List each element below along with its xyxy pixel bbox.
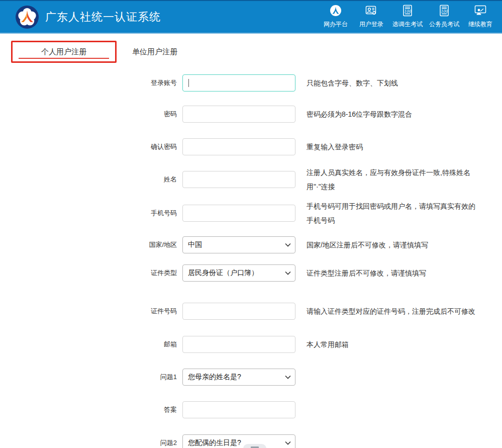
field-hint: 证件类型注册后不可修改，请谨慎填写 xyxy=(307,266,426,280)
text-caret xyxy=(188,79,189,87)
field-label: 确认密码 xyxy=(0,142,177,151)
app-title: 广东人社统一认证系统 xyxy=(45,1,161,33)
field-label: 答案 xyxy=(0,405,177,414)
dropdown-scroll-button[interactable] xyxy=(243,444,266,448)
nav-label: 选调生考试 xyxy=(392,20,423,29)
form-row-answer1: 答案 xyxy=(0,401,502,418)
nav-item-xuandiao-exam[interactable]: 100 选调生考试 xyxy=(392,4,423,29)
form-row-question1: 问题1 您母亲的姓名是? xyxy=(0,369,502,386)
app-header: 广东人社统一认证系统 网办平台 xyxy=(0,0,502,34)
nav-item-continuing-education[interactable]: 继续教育 xyxy=(466,4,495,29)
svg-text:100: 100 xyxy=(404,9,412,13)
chevron-down-icon xyxy=(285,271,291,275)
form-row-country: 国家/地区 中国 国家/地区注册后不可修改，请谨慎填写 xyxy=(0,236,502,253)
header-nav: 网办平台 xyxy=(321,4,495,29)
email-input[interactable] xyxy=(182,336,295,353)
gdhrss-logo-icon xyxy=(15,5,39,29)
security-question2-select[interactable]: 您配偶的生日是? xyxy=(182,434,295,448)
annotation-highlight-box: 个人用户注册 xyxy=(11,41,117,63)
field-hint: 注册人员真实姓名，应与有效身份证件一致,特殊姓名用"·"连接 xyxy=(307,165,481,194)
portal-logo-icon xyxy=(329,4,342,17)
active-tab-underline xyxy=(19,58,109,59)
nav-item-civil-servant-exam[interactable]: 100 公务员考试 xyxy=(429,4,459,29)
form-row-email: 邮箱 本人常用邮箱 xyxy=(0,336,502,353)
form-row-mobile: 手机号码 手机号码可用于找回密码或用户名，请填写真实有效的手机号码 xyxy=(0,205,502,222)
mobile-number-input[interactable] xyxy=(182,205,295,222)
form-row-name: 姓名 注册人员真实姓名，应与有效身份证件一致,特殊姓名用"·"连接 xyxy=(0,171,502,188)
select-value: 您配偶的生日是? xyxy=(188,438,241,447)
country-select[interactable]: 中国 xyxy=(182,236,295,253)
field-label: 问题2 xyxy=(0,438,177,447)
id-type-select[interactable]: 居民身份证（户口簿） xyxy=(182,264,295,282)
field-hint: 请输入证件类型对应的证件号码，注册完成后不可修改 xyxy=(307,304,475,318)
field-label: 证件号码 xyxy=(0,307,177,316)
login-account-input[interactable] xyxy=(182,74,295,92)
nav-label: 用户登录 xyxy=(359,20,383,29)
chevron-down-icon xyxy=(285,441,291,445)
real-name-input[interactable] xyxy=(182,171,295,188)
tab-company-register[interactable]: 单位用户注册 xyxy=(132,41,177,63)
exam-score-100-icon: 100 xyxy=(401,4,414,17)
form-row-login-account: 登录账号 只能包含字母、数字、下划线 xyxy=(0,74,502,92)
select-value: 您母亲的姓名是? xyxy=(188,373,241,382)
form-row-confirm-password: 确认密码 重复输入登录密码 xyxy=(0,138,502,155)
field-label: 手机号码 xyxy=(0,209,177,218)
field-hint: 国家/地区注册后不可修改，请谨慎填写 xyxy=(307,238,428,252)
teacher-blackboard-icon xyxy=(474,4,487,17)
field-hint: 手机号码可用于找回密码或用户名，请填写真实有效的手机号码 xyxy=(307,199,481,227)
field-label: 密码 xyxy=(0,110,177,119)
field-hint: 只能包含字母、数字、下划线 xyxy=(307,76,398,90)
chevron-down-icon xyxy=(285,375,291,379)
nav-label: 公务员考试 xyxy=(429,20,459,29)
nav-label: 网办平台 xyxy=(324,20,348,29)
nav-item-portal[interactable]: 网办平台 xyxy=(321,4,350,29)
select-value: 中国 xyxy=(188,240,202,249)
svg-text:100: 100 xyxy=(441,9,449,13)
field-label: 国家/地区 xyxy=(0,240,177,249)
chevron-down-icon xyxy=(285,243,291,247)
nav-item-user-login[interactable]: 用户登录 xyxy=(357,4,386,29)
page: 广东人社统一认证系统 网办平台 xyxy=(0,0,502,448)
field-hint: 密码必须为8-16位字母跟数字混合 xyxy=(307,107,412,121)
field-label: 邮箱 xyxy=(0,340,177,349)
field-label: 证件类型 xyxy=(0,268,177,278)
form-row-password: 密码 密码必须为8-16位字母跟数字混合 xyxy=(0,106,502,123)
confirm-password-input[interactable] xyxy=(182,138,295,155)
id-number-input[interactable] xyxy=(182,303,295,320)
field-hint: 本人常用邮箱 xyxy=(307,337,349,351)
password-input[interactable] xyxy=(182,106,295,123)
user-card-gear-icon xyxy=(365,4,378,17)
select-value: 居民身份证（户口簿） xyxy=(188,268,258,278)
form-row-id-number: 证件号码 请输入证件类型对应的证件号码，注册完成后不可修改 xyxy=(0,303,502,320)
answer1-input[interactable] xyxy=(182,401,295,418)
security-question1-select[interactable]: 您母亲的姓名是? xyxy=(182,369,295,386)
field-label: 姓名 xyxy=(0,175,177,184)
field-hint: 重复输入登录密码 xyxy=(307,140,363,154)
field-label: 问题1 xyxy=(0,373,177,382)
nav-label: 继续教育 xyxy=(468,20,492,29)
form-row-id-type: 证件类型 居民身份证（户口簿） 证件类型注册后不可修改，请谨慎填写 xyxy=(0,264,502,282)
field-label: 登录账号 xyxy=(0,78,177,87)
exam-score-100-icon: 100 xyxy=(438,4,451,17)
